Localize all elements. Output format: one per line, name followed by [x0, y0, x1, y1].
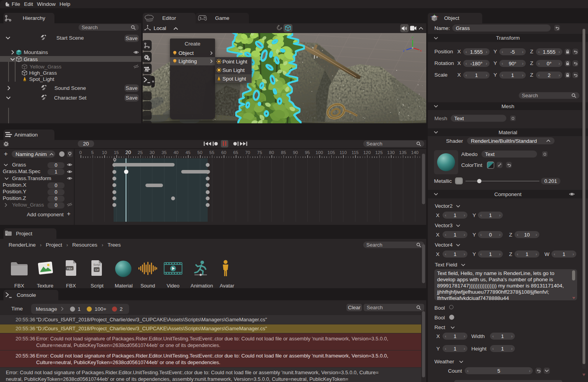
svg-text:C#: C#	[95, 268, 99, 272]
svg-text:Z: Z	[403, 49, 405, 52]
svg-text:Script: Script	[93, 263, 100, 266]
svg-text:Y: Y	[411, 36, 414, 39]
svg-text:FBX: FBX	[67, 267, 73, 270]
svg-text:X: X	[420, 49, 422, 52]
